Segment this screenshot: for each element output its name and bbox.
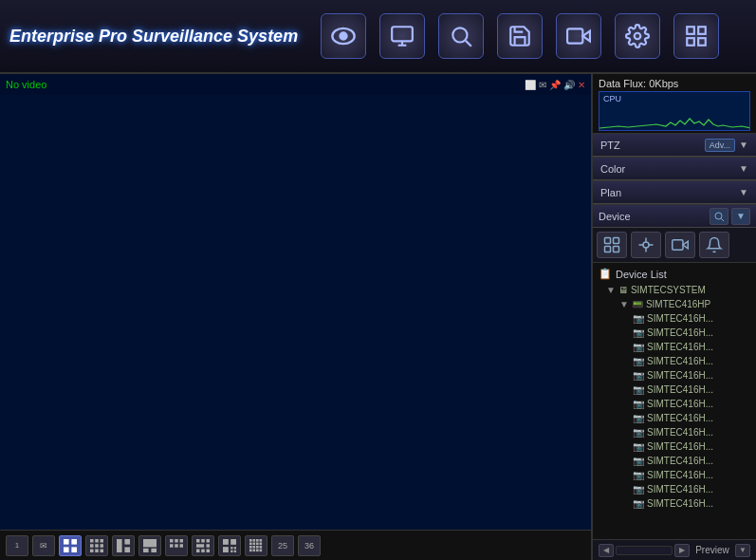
tree-item-ch3[interactable]: 📷 SIMTEC416H... — [593, 340, 756, 354]
device-header: Device ▼ — [593, 205, 756, 228]
svg-rect-30 — [143, 548, 149, 551]
svg-rect-12 — [698, 38, 706, 46]
scroll-right-btn[interactable]: ▶ — [674, 544, 690, 557]
svg-rect-67 — [256, 549, 259, 551]
tree-item-ch5[interactable]: 📷 SIMTEC416H... — [593, 368, 756, 383]
tree-item-ch1[interactable]: 📷 SIMTEC416H... — [593, 311, 756, 326]
preview-section: ◀ ▶ Preview ▼ — [593, 539, 756, 560]
toolbar-btn-grid[interactable] — [673, 13, 719, 59]
svg-rect-42 — [207, 544, 211, 548]
view-btn-4[interactable] — [59, 535, 82, 556]
camera-icon-1: 📷 — [633, 313, 644, 324]
tree-item-ch4[interactable]: 📷 SIMTEC416H... — [593, 354, 756, 368]
toolbar-btn-monitor[interactable] — [379, 13, 425, 59]
svg-rect-68 — [260, 549, 263, 551]
device-tree[interactable]: 📋 Device List ▼ 🖥 SIMTECSYSTEM ▼ 📟 SIMTE… — [593, 263, 756, 539]
device-tool-alarm[interactable] — [699, 232, 729, 258]
device-toolbar — [593, 228, 756, 263]
plan-section: Plan ▼ — [593, 181, 756, 205]
tree-item-dvr[interactable]: ▼ 📟 SIMTEC416HP — [593, 297, 756, 311]
plan-arrow-icon: ▼ — [739, 187, 748, 197]
app-title: Enterprise Pro Surveillance System — [9, 27, 298, 47]
svg-rect-80 — [673, 240, 683, 251]
ptz-section: PTZ Adv... ▼ — [593, 134, 756, 158]
svg-rect-17 — [90, 539, 94, 543]
plan-header[interactable]: Plan ▼ — [593, 181, 756, 204]
svg-rect-11 — [687, 38, 694, 46]
view-btn-36[interactable]: 36 — [298, 535, 321, 556]
view-btn-1[interactable]: 1 — [6, 535, 28, 556]
view-btn-25[interactable]: 25 — [271, 535, 294, 556]
toolbar-btn-settings[interactable] — [615, 13, 660, 59]
toolbar-btn-search[interactable] — [438, 13, 484, 59]
device-list-label: Device List — [616, 269, 667, 280]
preview-scroll-controls: ◀ ▶ — [599, 544, 690, 557]
view-btn-16[interactable] — [245, 535, 267, 556]
svg-rect-9 — [687, 27, 694, 34]
view-btn-big-top[interactable] — [138, 535, 161, 556]
svg-rect-27 — [124, 539, 130, 545]
tree-item-ch8[interactable]: 📷 SIMTEC416H... — [593, 411, 756, 425]
ptz-header[interactable]: PTZ Adv... ▼ — [593, 134, 756, 157]
view-btn-wide[interactable] — [192, 535, 214, 556]
view-btn-msg[interactable]: ✉ — [32, 535, 55, 556]
svg-rect-47 — [230, 539, 236, 545]
svg-rect-66 — [253, 549, 256, 551]
svg-rect-15 — [64, 547, 69, 552]
tree-item-ch12[interactable]: 📷 SIMTEC416H... — [593, 468, 756, 482]
view-btn-split[interactable] — [218, 535, 241, 556]
preview-arrow-btn[interactable]: ▼ — [735, 544, 750, 557]
svg-rect-73 — [605, 247, 611, 252]
svg-rect-72 — [614, 238, 619, 244]
svg-rect-59 — [256, 542, 259, 545]
camera-icon-7: 📷 — [633, 399, 644, 409]
camera-icon-9: 📷 — [633, 427, 644, 438]
video-icon-2[interactable]: ✉ — [539, 80, 546, 90]
svg-rect-2 — [392, 27, 413, 41]
tree-item-ch7[interactable]: 📷 SIMTEC416H... — [593, 397, 756, 411]
video-close-icon[interactable]: ✕ — [578, 80, 585, 90]
ptz-adv[interactable]: Adv... — [705, 139, 735, 152]
toolbar-btn-camera[interactable] — [556, 13, 601, 59]
device-tool-camera[interactable] — [665, 232, 695, 258]
video-icon-1[interactable]: ⬜ — [525, 80, 536, 90]
svg-rect-33 — [175, 539, 178, 543]
tree-item-ch10[interactable]: 📷 SIMTEC416H... — [593, 439, 756, 454]
device-search-btn[interactable] — [710, 208, 728, 225]
device-expand-btn[interactable]: ▼ — [731, 208, 750, 225]
svg-point-75 — [643, 242, 649, 248]
preview-scrollbar[interactable] — [616, 546, 673, 555]
svg-rect-13 — [64, 539, 69, 545]
tree-item-ch11[interactable]: 📷 SIMTEC416H... — [593, 454, 756, 468]
svg-rect-52 — [234, 550, 236, 551]
toolbar-btn-save[interactable] — [497, 13, 543, 59]
video-top-bar: No video ⬜ ✉ 📌 🔊 ✕ — [0, 74, 591, 95]
tree-item-ch9[interactable]: 📷 SIMTEC416H... — [593, 425, 756, 439]
scroll-left-btn[interactable]: ◀ — [599, 544, 614, 557]
color-arrow-icon: ▼ — [739, 163, 748, 174]
video-icon-4[interactable]: 🔊 — [563, 80, 575, 90]
device-tool-ptz[interactable] — [631, 232, 661, 258]
svg-point-8 — [635, 33, 641, 40]
svg-rect-63 — [256, 546, 259, 549]
svg-rect-40 — [207, 539, 211, 543]
view-btn-9[interactable] — [85, 535, 108, 556]
camera-icon-6: 📷 — [633, 384, 644, 395]
toolbar-btn-eye[interactable] — [321, 13, 366, 59]
tree-item-ch13[interactable]: 📷 SIMTEC416H... — [593, 482, 756, 496]
video-icon-3[interactable]: 📌 — [549, 80, 561, 90]
svg-rect-56 — [260, 539, 263, 542]
svg-rect-38 — [196, 539, 200, 543]
tree-item-system[interactable]: ▼ 🖥 SIMTECSYSTEM — [593, 283, 756, 297]
device-tool-monitor[interactable] — [597, 232, 627, 258]
device-header-icons: ▼ — [710, 208, 750, 225]
svg-rect-29 — [143, 539, 157, 547]
device-title: Device — [599, 211, 631, 222]
color-header[interactable]: Color ▼ — [593, 158, 756, 180]
tree-item-ch2[interactable]: 📷 SIMTEC416H... — [593, 326, 756, 340]
camera-icon-4: 📷 — [633, 356, 644, 366]
view-btn-left-right[interactable] — [112, 535, 135, 556]
view-btn-grid2[interactable] — [165, 535, 188, 556]
tree-item-ch6[interactable]: 📷 SIMTEC416H... — [593, 383, 756, 397]
tree-item-ch14[interactable]: 📷 SIMTEC416H... — [593, 496, 756, 511]
